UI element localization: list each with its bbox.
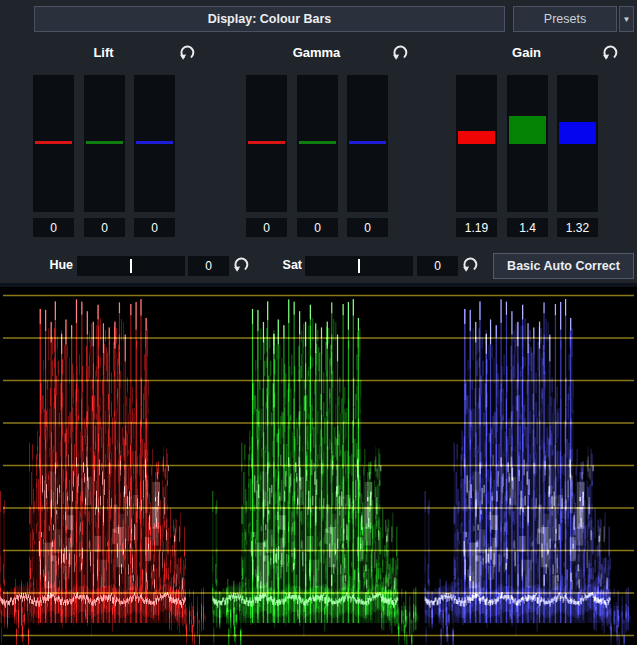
gamma-red-handle[interactable] bbox=[248, 141, 285, 144]
gain-green-value[interactable]: 1.4 bbox=[507, 218, 548, 237]
gain-group: Gain 1.19 1.4 1.32 bbox=[456, 40, 626, 240]
gain-blue-handle[interactable] bbox=[559, 122, 596, 144]
lift-title: Lift bbox=[33, 45, 174, 60]
gain-green-slider[interactable] bbox=[507, 75, 548, 212]
hue-slider[interactable] bbox=[77, 256, 185, 276]
gamma-blue-slider[interactable] bbox=[347, 75, 388, 212]
gain-blue-slider[interactable] bbox=[557, 75, 598, 212]
sat-value[interactable]: 0 bbox=[417, 256, 458, 276]
gamma-title: Gamma bbox=[246, 45, 387, 60]
gamma-reset-icon[interactable] bbox=[391, 43, 410, 62]
lift-green-value[interactable]: 0 bbox=[84, 218, 125, 237]
hue-slider-handle[interactable] bbox=[130, 259, 132, 273]
gamma-group: Gamma 0 0 0 bbox=[246, 40, 416, 240]
gain-blue-value[interactable]: 1.32 bbox=[557, 218, 598, 237]
lift-red-value[interactable]: 0 bbox=[33, 218, 74, 237]
lift-group: Lift 0 0 0 bbox=[33, 40, 203, 240]
presets-button[interactable]: Presets bbox=[513, 6, 617, 32]
hue-value[interactable]: 0 bbox=[188, 256, 229, 276]
lift-reset-icon[interactable] bbox=[178, 43, 197, 62]
lift-red-handle[interactable] bbox=[35, 141, 72, 144]
hue-label: Hue bbox=[29, 258, 73, 272]
lift-blue-slider[interactable] bbox=[134, 75, 175, 212]
gamma-green-slider[interactable] bbox=[297, 75, 338, 212]
sat-label: Sat bbox=[258, 258, 302, 272]
gamma-blue-handle[interactable] bbox=[349, 141, 386, 144]
gain-red-slider[interactable] bbox=[456, 75, 497, 212]
gamma-blue-value[interactable]: 0 bbox=[347, 218, 388, 237]
sat-slider-handle[interactable] bbox=[358, 259, 360, 273]
gamma-green-value[interactable]: 0 bbox=[297, 218, 338, 237]
basic-auto-correct-button[interactable]: Basic Auto Correct bbox=[493, 253, 634, 279]
gain-reset-icon[interactable] bbox=[601, 43, 620, 62]
lift-blue-handle[interactable] bbox=[136, 141, 173, 144]
gamma-red-slider[interactable] bbox=[246, 75, 287, 212]
lift-green-handle[interactable] bbox=[86, 141, 123, 144]
lift-green-slider[interactable] bbox=[84, 75, 125, 212]
display-mode-button[interactable]: Display: Colour Bars bbox=[34, 6, 505, 32]
lift-red-slider[interactable] bbox=[33, 75, 74, 212]
gamma-red-value[interactable]: 0 bbox=[246, 218, 287, 237]
sat-slider[interactable] bbox=[305, 256, 413, 276]
sat-reset-icon[interactable] bbox=[461, 255, 480, 274]
presets-dropdown-arrow-button[interactable]: ▼ bbox=[619, 6, 634, 32]
hue-reset-icon[interactable] bbox=[232, 255, 251, 274]
rgb-parade-waveform-scope bbox=[0, 283, 637, 645]
gain-red-value[interactable]: 1.19 bbox=[456, 218, 497, 237]
chevron-down-icon: ▼ bbox=[623, 15, 631, 24]
colour-correction-panel: Display: Colour Bars Presets ▼ Lift 0 0 … bbox=[0, 0, 637, 645]
gain-green-handle[interactable] bbox=[509, 116, 546, 144]
gain-title: Gain bbox=[456, 45, 597, 60]
gain-red-handle[interactable] bbox=[458, 131, 495, 144]
gamma-green-handle[interactable] bbox=[299, 141, 336, 144]
lift-blue-value[interactable]: 0 bbox=[134, 218, 175, 237]
